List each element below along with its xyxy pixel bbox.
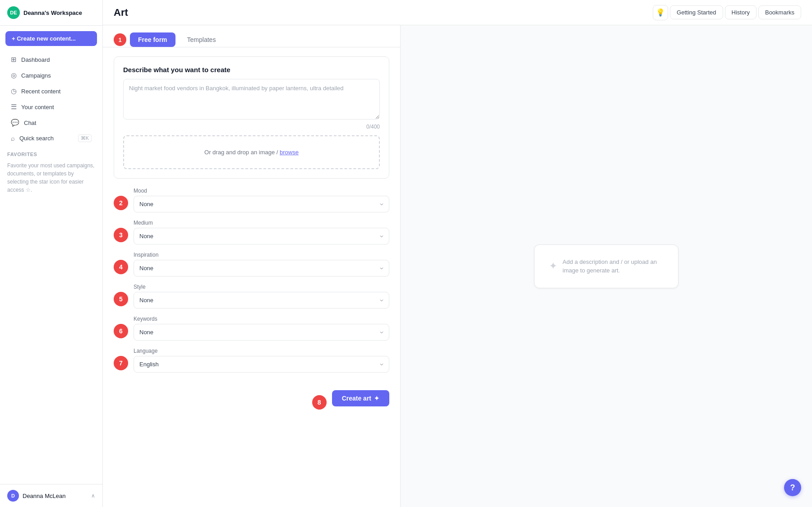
- preview-panel: ✦ Add a description and / or upload an i…: [401, 25, 812, 507]
- create-art-label: Create art: [342, 395, 371, 402]
- mood-select[interactable]: None Happy Sad Dramatic Mysterious Energ…: [134, 196, 389, 212]
- style-row: 5 Style None Photorealistic Cartoon Anim…: [114, 284, 389, 309]
- favorites-description: Favorite your most used campaigns, docum…: [0, 159, 102, 199]
- create-art-button[interactable]: Create art ✦: [332, 390, 389, 406]
- keywords-select[interactable]: None: [134, 324, 389, 341]
- workspace-name: Deanna's Workspace: [23, 9, 82, 16]
- bookmarks-button[interactable]: Bookmarks: [758, 5, 801, 19]
- language-row: 7 Language English Spanish French German…: [114, 348, 389, 373]
- chat-icon: 💬: [11, 119, 19, 127]
- language-label: Language: [134, 348, 389, 354]
- step-3-badge: 3: [114, 228, 128, 242]
- sidebar-item-label: Dashboard: [21, 56, 50, 63]
- preview-placeholder: ✦ Add a description and / or upload an i…: [534, 244, 678, 288]
- favorites-label: Favorites: [0, 146, 102, 159]
- keywords-label: Keywords: [134, 316, 389, 322]
- create-new-button[interactable]: + Create new content...: [5, 31, 97, 46]
- inspiration-select-wrapper: Inspiration None Impressionism Surrealis…: [134, 252, 389, 277]
- language-select[interactable]: English Spanish French German Japanese C…: [134, 356, 389, 373]
- sidebar-item-label: Chat: [24, 120, 36, 126]
- medium-select[interactable]: None Oil Paint Watercolor Digital Art Pe…: [134, 228, 389, 244]
- tabs-bar: 1 Free form Templates: [103, 25, 400, 47]
- main-content: Art 💡 Getting Started History Bookmarks …: [103, 0, 812, 507]
- form-panel: 1 Free form Templates Describe what you …: [103, 25, 401, 507]
- step-1-badge: 1: [114, 33, 126, 46]
- step-7-badge: 7: [114, 356, 128, 370]
- topbar-actions: 💡 Getting Started History Bookmarks: [653, 5, 801, 20]
- tab-free-form[interactable]: Free form: [130, 32, 175, 47]
- language-select-wrapper: Language English Spanish French German J…: [134, 348, 389, 373]
- sidebar-item-campaigns[interactable]: ◎ Campaigns: [4, 68, 99, 83]
- image-dropzone[interactable]: Or drag and drop an image / browse: [123, 135, 380, 169]
- mood-select-wrapper: Mood None Happy Sad Dramatic Mysterious …: [134, 188, 389, 212]
- browse-link[interactable]: browse: [280, 149, 299, 156]
- sidebar-nav: ⊞ Dashboard ◎ Campaigns ◷ Recent content…: [0, 51, 102, 146]
- step-2-badge: 2: [114, 196, 128, 210]
- page-title: Art: [114, 7, 128, 18]
- describe-title: Describe what you want to create: [123, 66, 380, 74]
- recent-content-icon: ◷: [11, 87, 17, 95]
- sidebar: DE Deanna's Workspace + Create new conte…: [0, 0, 103, 507]
- campaigns-icon: ◎: [11, 71, 17, 79]
- medium-select-wrapper: Medium None Oil Paint Watercolor Digital…: [134, 220, 389, 244]
- keywords-select-wrapper: Keywords None: [134, 316, 389, 341]
- medium-label: Medium: [134, 220, 389, 226]
- search-icon: ⌕: [11, 134, 15, 142]
- sidebar-item-recent-content[interactable]: ◷ Recent content: [4, 83, 99, 99]
- sidebar-footer: D Deanna McLean ∧: [0, 484, 102, 507]
- step-4-badge: 4: [114, 260, 128, 274]
- preview-placeholder-text: Add a description and / or upload an ima…: [563, 258, 664, 275]
- your-content-icon: ☰: [11, 103, 17, 111]
- light-bulb-icon[interactable]: 💡: [653, 5, 668, 20]
- sidebar-item-label: Quick search: [19, 135, 54, 142]
- user-name: Deanna McLean: [23, 493, 65, 499]
- sidebar-item-label: Campaigns: [21, 72, 51, 79]
- sidebar-item-label: Your content: [21, 104, 54, 111]
- topbar: Art 💡 Getting Started History Bookmarks: [103, 0, 812, 25]
- inspiration-select[interactable]: None Impressionism Surrealism Abstract R…: [134, 260, 389, 277]
- preview-art-icon: ✦: [549, 260, 557, 272]
- chevron-up-icon: ∧: [91, 493, 95, 499]
- inspiration-label: Inspiration: [134, 252, 389, 258]
- mood-label: Mood: [134, 188, 389, 194]
- tab-templates[interactable]: Templates: [179, 32, 224, 47]
- keywords-row: 6 Keywords None: [114, 316, 389, 341]
- style-select[interactable]: None Photorealistic Cartoon Anime Minima…: [134, 292, 389, 309]
- sidebar-item-label: Recent content: [21, 88, 60, 95]
- create-art-icon: ✦: [374, 395, 379, 402]
- history-button[interactable]: History: [725, 5, 757, 19]
- step-8-badge: 8: [312, 395, 327, 410]
- style-select-wrapper: Style None Photorealistic Cartoon Anime …: [134, 284, 389, 309]
- sidebar-item-dashboard[interactable]: ⊞ Dashboard: [4, 52, 99, 67]
- sidebar-header: DE Deanna's Workspace: [0, 0, 102, 26]
- dropzone-text: Or drag and drop an image /: [204, 149, 280, 156]
- medium-row: 3 Medium None Oil Paint Watercolor Digit…: [114, 220, 389, 244]
- help-button[interactable]: ?: [784, 479, 801, 496]
- mood-row: 2 Mood None Happy Sad Dramatic Mysteriou…: [114, 188, 389, 212]
- sidebar-item-chat[interactable]: 💬 Chat: [4, 115, 99, 130]
- inspiration-row: 4 Inspiration None Impressionism Surreal…: [114, 252, 389, 277]
- action-bar: 8 Create art ✦: [114, 380, 389, 417]
- dashboard-icon: ⊞: [11, 55, 17, 64]
- describe-section: Describe what you want to create 0/400 O…: [114, 56, 389, 179]
- workspace-avatar: DE: [7, 6, 20, 19]
- shortcut-badge: ⌘K: [78, 134, 92, 142]
- sidebar-item-your-content[interactable]: ☰ Your content: [4, 99, 99, 115]
- step-5-badge: 5: [114, 292, 128, 306]
- content-area: 1 Free form Templates Describe what you …: [103, 25, 812, 507]
- user-avatar: D: [7, 490, 19, 502]
- step-6-badge: 6: [114, 324, 128, 338]
- form-content: Describe what you want to create 0/400 O…: [103, 56, 400, 179]
- description-textarea[interactable]: [123, 79, 380, 120]
- char-count: 0/400: [123, 124, 380, 130]
- style-label: Style: [134, 284, 389, 290]
- getting-started-button[interactable]: Getting Started: [670, 5, 723, 19]
- sidebar-user[interactable]: D Deanna McLean: [7, 490, 65, 502]
- sidebar-item-quick-search[interactable]: ⌕ Quick search ⌘K: [4, 131, 99, 146]
